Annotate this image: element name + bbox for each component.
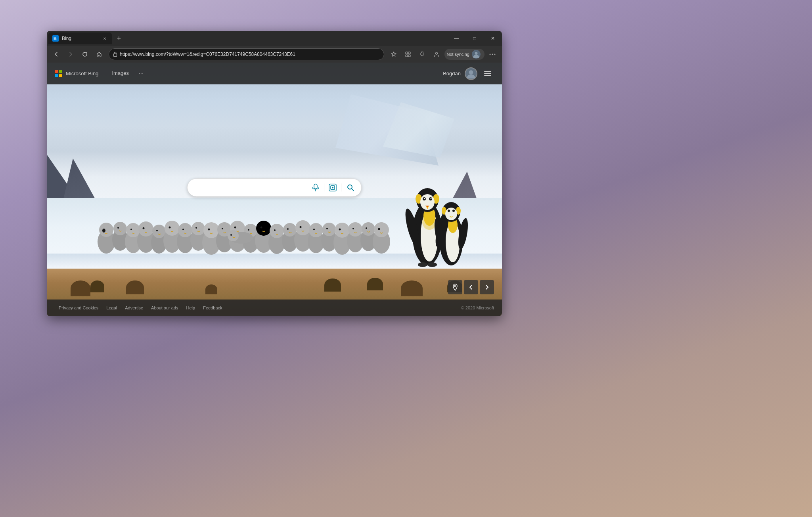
svg-rect-5: [406, 55, 408, 57]
svg-point-64: [313, 229, 315, 230]
svg-point-83: [422, 214, 437, 230]
bing-menu-button[interactable]: [481, 67, 494, 80]
svg-point-60: [295, 220, 310, 235]
forward-button[interactable]: [64, 48, 77, 61]
new-tab-button[interactable]: +: [113, 33, 124, 44]
svg-point-94: [418, 262, 427, 267]
profile-button[interactable]: [430, 48, 443, 61]
svg-point-102: [445, 208, 457, 220]
home-button[interactable]: [93, 48, 105, 61]
bing-user-avatar[interactable]: [465, 67, 477, 80]
svg-point-116: [332, 187, 333, 188]
logo-blue-square: [55, 74, 58, 77]
svg-point-9: [475, 52, 478, 55]
svg-point-73: [352, 228, 354, 229]
bing-logo[interactable]: Microsoft Bing: [55, 70, 98, 78]
not-syncing-label: Not syncing: [447, 52, 469, 57]
search-divider: [324, 183, 324, 191]
logo-red-square: [55, 70, 58, 73]
tab-title: Bing: [62, 36, 98, 41]
tab-strip: B Bing ✕ +: [47, 31, 447, 46]
browser-window: B Bing ✕ + — □ ✕: [47, 31, 502, 316]
tab-close-button[interactable]: ✕: [102, 35, 108, 42]
svg-point-51: [256, 221, 271, 236]
svg-point-90: [424, 198, 425, 199]
favorites-button[interactable]: [387, 48, 400, 61]
toolbar: https://www.bing.com/?toWww=1&redig=C076…: [47, 46, 502, 63]
svg-point-34: [182, 229, 184, 230]
logo-yellow-square: [59, 74, 62, 77]
minimize-button[interactable]: —: [447, 31, 465, 46]
bing-username: Bogdan: [443, 71, 461, 76]
search-submit-button[interactable]: [343, 180, 358, 195]
microsoft-logo: [55, 70, 63, 78]
svg-point-28: [156, 230, 158, 231]
maximize-button[interactable]: □: [465, 31, 484, 46]
search-input[interactable]: [194, 184, 309, 191]
nav-images[interactable]: Images: [106, 67, 134, 80]
nav-more[interactable]: ···: [134, 67, 147, 80]
svg-point-25: [143, 227, 145, 229]
svg-rect-4: [408, 52, 410, 54]
svg-point-40: [208, 229, 210, 231]
svg-point-39: [203, 222, 219, 238]
svg-point-70: [339, 229, 341, 231]
footer-legal[interactable]: Legal: [102, 304, 121, 312]
footer-privacy[interactable]: Privacy and Cookies: [55, 304, 102, 312]
back-button[interactable]: [50, 48, 63, 61]
svg-text:B: B: [54, 36, 57, 41]
svg-point-55: [274, 229, 276, 231]
footer-about-ads[interactable]: About our ads: [147, 304, 182, 312]
refresh-button[interactable]: [79, 48, 91, 61]
svg-point-19: [117, 227, 119, 229]
close-button[interactable]: ✕: [484, 31, 502, 46]
browser-tab-bing[interactable]: B Bing ✕: [48, 32, 112, 44]
visual-search-button[interactable]: [326, 181, 339, 194]
svg-point-43: [222, 228, 223, 229]
bing-header: Microsoft Bing Images ··· Bogdan: [47, 63, 502, 84]
svg-point-52: [260, 227, 262, 229]
image-nav: [448, 280, 494, 294]
browser-content: Microsoft Bing Images ··· Bogdan: [47, 63, 502, 316]
search-divider-2: [341, 183, 341, 191]
bing-favicon: B: [52, 35, 59, 42]
not-syncing-button[interactable]: Not syncing: [444, 49, 485, 60]
svg-point-58: [287, 228, 289, 230]
svg-point-66: [322, 223, 336, 236]
svg-rect-112: [314, 184, 317, 189]
svg-point-69: [335, 223, 350, 238]
profile-avatar: [472, 50, 481, 59]
svg-point-75: [362, 222, 375, 236]
footer-advertise[interactable]: Advertise: [121, 304, 147, 312]
address-bar[interactable]: https://www.bing.com/?toWww=1&redig=C076…: [109, 48, 384, 60]
more-button[interactable]: [486, 48, 499, 61]
svg-point-76: [366, 227, 367, 229]
svg-point-111: [469, 70, 473, 74]
svg-point-54: [270, 224, 284, 238]
svg-point-22: [130, 229, 132, 230]
svg-point-27: [152, 225, 166, 238]
hamburger-line-2: [484, 73, 491, 74]
svg-point-78: [374, 222, 389, 237]
svg-point-16: [103, 229, 105, 231]
svg-point-108: [228, 230, 239, 241]
extensions-button[interactable]: [416, 48, 429, 61]
svg-point-118: [454, 285, 456, 287]
address-text: https://www.bing.com/?toWww=1&redig=C076…: [120, 52, 380, 57]
collections-button[interactable]: [402, 48, 414, 61]
svg-point-21: [126, 223, 140, 237]
image-info-button[interactable]: [448, 280, 462, 294]
footer-help[interactable]: Help: [182, 304, 199, 312]
svg-point-72: [348, 222, 362, 237]
logo-green-square: [59, 70, 62, 73]
image-prev-button[interactable]: [464, 280, 478, 294]
svg-point-24: [138, 221, 153, 237]
footer-copyright: © 2020 Microsoft: [461, 305, 494, 310]
svg-point-18: [113, 222, 127, 235]
svg-point-109: [230, 234, 232, 236]
voice-search-button[interactable]: [309, 181, 322, 194]
svg-point-30: [165, 221, 180, 236]
penguins-scene: [47, 158, 502, 269]
footer-feedback[interactable]: Feedback: [199, 304, 226, 312]
image-next-button[interactable]: [480, 280, 494, 294]
